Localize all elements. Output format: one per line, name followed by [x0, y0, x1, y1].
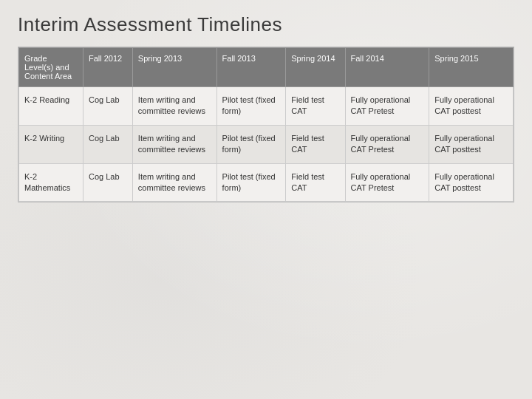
- row2-spring2015: Fully operational CAT posttest: [429, 163, 514, 202]
- table-row: K-2 Writing Cog Lab Item writing and com…: [19, 125, 514, 163]
- row0-grade: K-2 Reading: [19, 87, 83, 126]
- row1-fall2012: Cog Lab: [83, 125, 132, 163]
- row2-spring2013: Item writing and committee reviews: [132, 163, 216, 202]
- header-row: Grade Level(s) and Content Area Fall 201…: [19, 48, 514, 87]
- header-spring2014: Spring 2014: [286, 48, 345, 87]
- row2-grade: K-2 Mathematics: [19, 163, 83, 202]
- row2-fall2014: Fully operational CAT Pretest: [345, 163, 429, 202]
- row1-fall2014: Fully operational CAT Pretest: [345, 125, 429, 163]
- header-fall2014: Fall 2014: [345, 48, 429, 87]
- page-title: Interim Assessment Timelines: [18, 13, 514, 36]
- row2-fall2012: Cog Lab: [83, 163, 132, 202]
- table-row: K-2 Reading Cog Lab Item writing and com…: [19, 87, 514, 126]
- row0-fall2013: Pilot test (fixed form): [216, 87, 286, 126]
- table-wrapper: Grade Level(s) and Content Area Fall 201…: [18, 47, 514, 202]
- header-grade: Grade Level(s) and Content Area: [19, 48, 83, 87]
- row2-fall2013: Pilot test (fixed form): [216, 163, 286, 202]
- row0-fall2012: Cog Lab: [83, 87, 132, 126]
- row0-fall2014: Fully operational CAT Pretest: [345, 87, 429, 126]
- row0-spring2015: Fully operational CAT posttest: [429, 87, 514, 126]
- header-spring2015: Spring 2015: [429, 48, 514, 87]
- row1-spring2015: Fully operational CAT posttest: [429, 125, 514, 163]
- row1-fall2013: Pilot test (fixed form): [216, 125, 286, 163]
- page-container: Interim Assessment Timelines Grade Level…: [0, 0, 532, 214]
- row1-spring2013: Item writing and committee reviews: [132, 125, 216, 163]
- header-fall2012: Fall 2012: [83, 48, 132, 87]
- table-row: K-2 Mathematics Cog Lab Item writing and…: [19, 163, 514, 202]
- row0-spring2014: Field test CAT: [286, 87, 345, 126]
- row1-spring2014: Field test CAT: [286, 125, 345, 163]
- header-fall2013: Fall 2013: [216, 48, 286, 87]
- header-spring2013: Spring 2013: [132, 48, 216, 87]
- row2-spring2014: Field test CAT: [286, 163, 345, 202]
- row0-spring2013: Item writing and committee reviews: [132, 87, 216, 126]
- row1-grade: K-2 Writing: [19, 125, 83, 163]
- timelines-table: Grade Level(s) and Content Area Fall 201…: [18, 47, 514, 202]
